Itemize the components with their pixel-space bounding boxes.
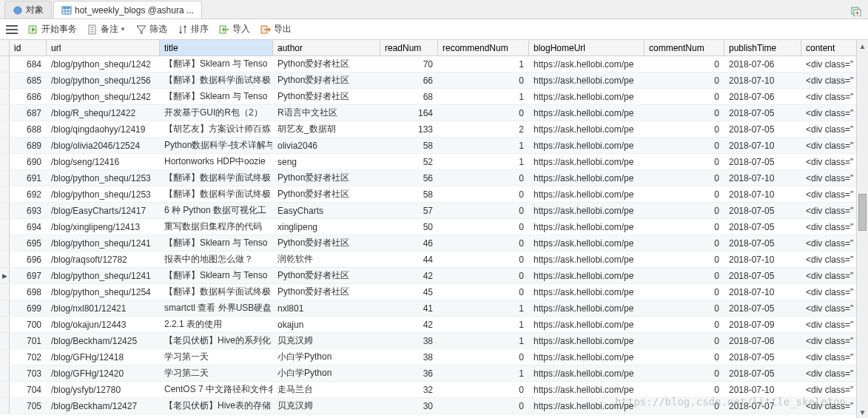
cell-publishtime[interactable]: 2018-07-10 — [724, 382, 801, 397]
cell-id[interactable]: 704 — [10, 382, 47, 397]
import-button[interactable]: 导入 — [219, 23, 250, 36]
cell-readnum[interactable]: 42 — [380, 317, 438, 332]
cell-publishtime[interactable]: 2018-07-05 — [724, 365, 801, 381]
cell-publishtime[interactable]: 2018-07-06 — [724, 56, 801, 72]
cell-title[interactable]: 学习第二天 — [160, 365, 273, 381]
cell-publishtime[interactable]: 2018-07-10 — [724, 252, 801, 267]
cell-recommendnum[interactable]: 0 — [438, 382, 529, 397]
cell-commentnum[interactable]: 0 — [645, 203, 724, 218]
cell-readnum[interactable]: 66 — [380, 73, 438, 88]
table-row[interactable]: 704/blog/ysfyb/12780CentOS 7 中文路径和文件名走马兰… — [0, 382, 868, 398]
cell-commentnum[interactable]: 0 — [645, 105, 724, 121]
cell-recommendnum[interactable]: 0 — [438, 284, 529, 300]
row-gutter[interactable] — [0, 284, 10, 300]
row-gutter[interactable] — [0, 154, 10, 169]
cell-author[interactable]: xinglipeng — [273, 219, 380, 235]
cell-author[interactable]: Python爱好者社区 — [273, 268, 380, 283]
row-gutter[interactable] — [0, 349, 10, 365]
cell-id[interactable]: 697 — [10, 268, 47, 283]
table-row[interactable]: 702/blog/GFHg/12418学习第一天小白学Python380http… — [0, 349, 868, 365]
cell-publishtime[interactable]: 2018-07-05 — [724, 300, 801, 316]
row-gutter[interactable] — [0, 121, 10, 137]
table-row[interactable]: 685/blog/python_shequ/1256【翻译】数据科学面试终极Py… — [0, 73, 868, 89]
cell-publishtime[interactable]: 2018-07-06 — [724, 333, 801, 348]
new-tab-button[interactable] — [849, 4, 864, 18]
cell-recommendnum[interactable]: 0 — [438, 235, 529, 251]
cell-id[interactable]: 696 — [10, 252, 47, 267]
column-header-readnum[interactable]: readNum — [380, 40, 438, 55]
cell-title[interactable]: 【翻译】Sklearn 与 Tenso — [160, 89, 273, 104]
cell-recommendnum[interactable]: 0 — [438, 398, 529, 414]
cell-id[interactable]: 698 — [10, 284, 47, 300]
cell-url[interactable]: /blog/python_shequ/1253 — [47, 170, 160, 186]
cell-content[interactable]: <div class=" — [801, 219, 857, 235]
cell-commentnum[interactable]: 0 — [645, 89, 724, 104]
cell-url[interactable]: /blog/okajun/12443 — [47, 317, 160, 332]
cell-id[interactable]: 694 — [10, 219, 47, 235]
cell-publishtime[interactable]: 2018-07-10 — [724, 170, 801, 186]
cell-content[interactable]: <div class=" — [801, 73, 857, 88]
cell-publishtime[interactable]: 2018-07-10 — [724, 284, 801, 300]
cell-url[interactable]: /blog/python_shequ/1256 — [47, 73, 160, 88]
cell-publishtime[interactable]: 2018-07-05 — [724, 219, 801, 235]
cell-author[interactable]: 小白学Python — [273, 365, 380, 381]
cell-content[interactable]: <div class=" — [801, 300, 857, 316]
cell-title[interactable]: 【老贝伏枥】Hive的系列化 — [160, 333, 273, 348]
cell-recommendnum[interactable]: 1 — [438, 317, 529, 332]
begin-transaction-button[interactable]: 开始事务 — [28, 23, 77, 36]
cell-readnum[interactable]: 133 — [380, 121, 438, 137]
cell-commentnum[interactable]: 0 — [645, 317, 724, 332]
cell-title[interactable]: 【胡艺友】方案设计师百炼 — [160, 121, 273, 137]
cell-content[interactable]: <div class=" — [801, 235, 857, 251]
cell-bloghomeurl[interactable]: https://ask.hellobi.com/pe — [529, 349, 645, 365]
cell-recommendnum[interactable]: 2 — [438, 121, 529, 137]
cell-id[interactable]: 690 — [10, 154, 47, 169]
cell-id[interactable]: 692 — [10, 186, 47, 202]
row-gutter[interactable] — [0, 89, 10, 104]
cell-readnum[interactable]: 44 — [380, 252, 438, 267]
cell-recommendnum[interactable]: 1 — [438, 333, 529, 348]
cell-publishtime[interactable]: 2018-07-07 — [724, 398, 801, 414]
cell-bloghomeurl[interactable]: https://ask.hellobi.com/pe — [529, 154, 645, 169]
table-row[interactable]: 690/blog/seng/12416Hortonworks HDP中oozie… — [0, 154, 868, 170]
cell-author[interactable]: 胡艺友_数据胡 — [273, 121, 380, 137]
cell-content[interactable]: <div class=" — [801, 56, 857, 72]
row-gutter[interactable] — [0, 73, 10, 88]
cell-readnum[interactable]: 58 — [380, 138, 438, 153]
cell-readnum[interactable]: 38 — [380, 349, 438, 365]
cell-url[interactable]: /blog/ysfyb/12780 — [47, 382, 160, 397]
cell-bloghomeurl[interactable]: https://ask.hellobi.com/pe — [529, 89, 645, 104]
table-row[interactable]: 701/blog/Beckham/12425【老贝伏枥】Hive的系列化贝克汉姆… — [0, 333, 868, 349]
cell-url[interactable]: /blog/python_shequ/1242 — [47, 56, 160, 72]
cell-author[interactable]: seng — [273, 154, 380, 169]
cell-commentnum[interactable]: 0 — [645, 73, 724, 88]
cell-author[interactable]: 贝克汉姆 — [273, 333, 380, 348]
cell-readnum[interactable]: 30 — [380, 398, 438, 414]
cell-title[interactable]: 6 种 Python 数据可视化工 — [160, 203, 273, 218]
cell-url[interactable]: /blog/raqsoft/12782 — [47, 252, 160, 267]
cell-readnum[interactable]: 68 — [380, 89, 438, 104]
row-gutter[interactable] — [0, 252, 10, 267]
cell-url[interactable]: /blog/nxl801/12421 — [47, 300, 160, 316]
scroll-thumb[interactable] — [858, 194, 867, 231]
cell-publishtime[interactable]: 2018-07-06 — [724, 89, 801, 104]
cell-publishtime[interactable]: 2018-07-05 — [724, 349, 801, 365]
cell-publishtime[interactable]: 2018-07-10 — [724, 138, 801, 153]
menu-button[interactable] — [6, 25, 18, 34]
cell-recommendnum[interactable]: 1 — [438, 300, 529, 316]
cell-commentnum[interactable]: 0 — [645, 235, 724, 251]
cell-content[interactable]: <div class=" — [801, 252, 857, 267]
cell-title[interactable]: Python数据科学-技术详解与 — [160, 138, 273, 153]
cell-publishtime[interactable]: 2018-07-05 — [724, 235, 801, 251]
cell-commentnum[interactable]: 0 — [645, 154, 724, 169]
cell-author[interactable]: olivia2046 — [273, 138, 380, 153]
column-header-recommendnum[interactable]: recommendNum — [438, 40, 529, 55]
cell-author[interactable]: Python爱好者社区 — [273, 170, 380, 186]
cell-id[interactable]: 703 — [10, 365, 47, 381]
cell-publishtime[interactable]: 2018-07-10 — [724, 73, 801, 88]
cell-url[interactable]: /blog/python_shequ/1253 — [47, 186, 160, 202]
table-row[interactable]: 687/blog/R_shequ/12422开发基于GUI的R包（2）R语言中文… — [0, 105, 868, 121]
cell-id[interactable]: 693 — [10, 203, 47, 218]
sort-button[interactable]: 排序 — [178, 23, 209, 36]
column-header-bloghomeurl[interactable]: blogHomeUrl — [529, 40, 645, 55]
